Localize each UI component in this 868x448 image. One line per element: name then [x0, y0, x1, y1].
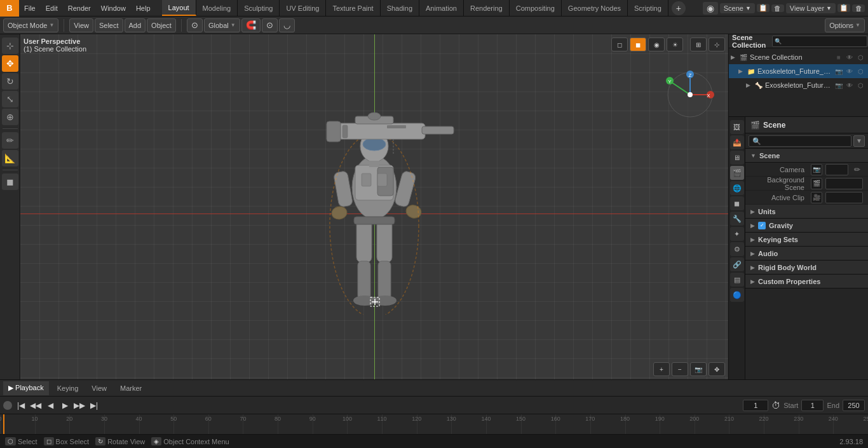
bg-scene-icon[interactable]: 🎬	[811, 178, 822, 189]
tree-action-eye2[interactable]: 👁	[845, 67, 854, 76]
tree-action-camera3[interactable]: 📷	[834, 81, 843, 90]
section-header-units[interactable]: ▶ Units	[745, 205, 868, 219]
prop-tab-particles[interactable]: ✦	[730, 227, 744, 241]
tree-action-restrict2[interactable]: ⬡	[856, 67, 865, 76]
prop-tab-scene[interactable]: 🎬	[730, 166, 744, 180]
tab-scripting[interactable]: Scripting	[628, 0, 668, 16]
outliner-search-input[interactable]	[772, 36, 867, 47]
tab-uv-editing[interactable]: UV Editing	[280, 0, 326, 16]
section-header-custom-props[interactable]: ▶ Custom Properties	[745, 275, 868, 288]
tab-shading[interactable]: Shading	[381, 0, 419, 16]
render-engine-selector[interactable]: ◉	[703, 2, 718, 15]
measure-tool[interactable]: 📐	[2, 150, 18, 166]
tab-animation[interactable]: Animation	[419, 0, 464, 16]
jump-start-button[interactable]: |◀	[15, 400, 27, 411]
prop-tab-object[interactable]: ◼	[730, 196, 744, 210]
jump-end-button[interactable]: ▶|	[88, 400, 100, 411]
zoom-in-button[interactable]: +	[653, 362, 670, 376]
view-button[interactable]: View	[69, 18, 93, 32]
annotate-tool[interactable]: ✏	[2, 132, 18, 149]
tree-action-filter[interactable]: ≡	[834, 53, 843, 62]
overlay-options[interactable]: Options ▼	[825, 18, 865, 32]
prop-tab-world[interactable]: 🌐	[730, 181, 744, 195]
add-button[interactable]: Add	[125, 18, 146, 32]
select-button[interactable]: Select	[95, 18, 123, 32]
section-header-gravity[interactable]: ▶ ✓ Gravity	[745, 219, 868, 233]
tree-item-armature[interactable]: ▶ 🦴 Exoskeleton_Future_Solc 📷 👁 ⬡	[729, 78, 868, 92]
props-filter-button[interactable]: ▼	[853, 135, 865, 147]
tab-geometry-nodes[interactable]: Geometry Nodes	[562, 0, 628, 16]
timeline-tab-keying[interactable]: Keying	[52, 381, 84, 395]
transform-tool[interactable]: ⊕	[2, 109, 18, 125]
new-view-layer-button[interactable]: 📋	[837, 4, 850, 12]
tree-item-scene-collection[interactable]: ▶ 🎬 Scene Collection ≡ 👁 ⬡	[729, 50, 868, 64]
tab-layout[interactable]: Layout	[162, 0, 196, 16]
play-reverse-button[interactable]: ◀	[44, 400, 56, 411]
add-workspace-button[interactable]: +	[672, 1, 686, 15]
prop-tab-constraint[interactable]: 🔗	[730, 257, 744, 271]
end-frame-input[interactable]	[843, 400, 865, 411]
move-tool[interactable]: ✥	[2, 55, 18, 72]
jump-prev-button[interactable]: ◀◀	[30, 400, 41, 411]
pivot-point-button[interactable]: ⊙	[187, 18, 203, 32]
current-frame-input[interactable]	[743, 400, 768, 411]
prop-tab-material[interactable]: 🔵	[730, 288, 744, 302]
scale-tool[interactable]: ⤡	[2, 91, 18, 107]
delete-view-layer-button[interactable]: 🗑	[852, 4, 865, 12]
viewport-overlay-button[interactable]: ⊞	[690, 37, 707, 51]
tab-modeling[interactable]: Modeling	[196, 0, 238, 16]
timeline-tab-playback[interactable]: ▶ Playback	[3, 381, 49, 395]
menu-file[interactable]: File	[19, 0, 41, 16]
tree-action-eye[interactable]: 👁	[845, 53, 854, 62]
bg-scene-value[interactable]	[825, 178, 863, 189]
tree-action-eye3[interactable]: 👁	[845, 81, 854, 90]
prop-tab-render[interactable]: 🖼	[730, 120, 744, 134]
timeline-ruler[interactable]: (function() { const marks = [0,10,20,30,…	[0, 414, 868, 434]
tree-action-camera[interactable]: 📷	[834, 67, 843, 76]
menu-render[interactable]: Render	[63, 0, 96, 16]
viewport-gizmo-button[interactable]: ⊹	[709, 37, 725, 51]
transform-orientation[interactable]: Global ▼	[204, 18, 240, 32]
prop-tab-data[interactable]: ▤	[730, 273, 744, 287]
proportional-falloff[interactable]: ◡	[279, 18, 295, 32]
props-search-input[interactable]	[749, 135, 851, 147]
tab-sculpting[interactable]: Sculpting	[238, 0, 280, 16]
record-button[interactable]	[3, 401, 12, 410]
menu-window[interactable]: Window	[96, 0, 131, 16]
viewport-shading-render[interactable]: ☀	[667, 37, 683, 51]
camera-view-button[interactable]: 📷	[690, 362, 707, 376]
active-clip-value[interactable]	[825, 192, 863, 203]
jump-next-button[interactable]: ▶▶	[74, 400, 85, 411]
new-scene-button[interactable]: 📋	[757, 4, 770, 12]
playhead[interactable]	[3, 414, 4, 434]
menu-help[interactable]: Help	[131, 0, 156, 16]
prop-tab-physics[interactable]: ⚙	[730, 242, 744, 256]
camera-type-icon[interactable]: 📷	[811, 164, 822, 175]
timeline-tab-marker[interactable]: Marker	[115, 381, 147, 395]
section-header-keying-sets[interactable]: ▶ Keying Sets	[745, 233, 868, 247]
proportional-edit-button[interactable]: ⊙	[262, 18, 278, 32]
tree-action-restrict[interactable]: ⬡	[856, 53, 865, 62]
section-header-rigid-body[interactable]: ▶ Rigid Body World	[745, 261, 868, 275]
view-layer-selector[interactable]: View Layer ▼	[786, 3, 836, 13]
cursor-tool[interactable]: ⊹	[2, 37, 18, 54]
camera-edit-icon[interactable]: ✏	[851, 164, 863, 175]
section-header-audio[interactable]: ▶ Audio	[745, 247, 868, 261]
tab-compositing[interactable]: Compositing	[510, 0, 562, 16]
object-button[interactable]: Object	[147, 18, 176, 32]
camera-value[interactable]	[825, 164, 848, 175]
section-header-scene[interactable]: ▼ Scene	[745, 149, 868, 163]
prop-tab-modifier[interactable]: 🔧	[730, 212, 744, 226]
tree-action-restrict3[interactable]: ⬡	[856, 81, 865, 90]
navigation-gizmo[interactable]: X Y Z	[665, 69, 715, 121]
object-mode-dropdown[interactable]: Object Mode ▼	[3, 18, 58, 32]
pan-button[interactable]: ✥	[709, 362, 725, 376]
snap-button[interactable]: 🧲	[241, 18, 261, 32]
prop-tab-output[interactable]: 📤	[730, 135, 744, 149]
zoom-out-button[interactable]: −	[672, 362, 688, 376]
scene-selector[interactable]: Scene ▼	[720, 3, 755, 13]
prop-tab-view[interactable]: 🖥	[730, 151, 744, 165]
timeline-tab-view[interactable]: View	[86, 381, 112, 395]
viewport-shading-wire[interactable]: ◻	[611, 37, 628, 51]
play-button[interactable]: ▶	[59, 400, 71, 411]
